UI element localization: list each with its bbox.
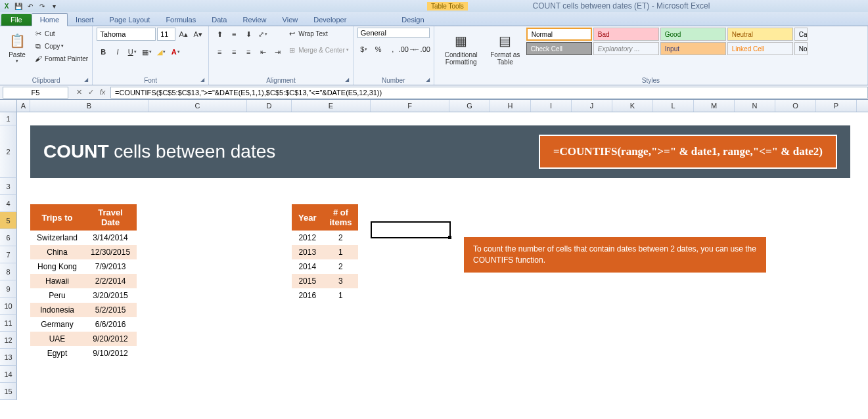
table-cell[interactable]: Germany (30, 317, 84, 332)
tab-file[interactable]: File (1, 14, 32, 26)
font-size-input[interactable] (157, 28, 175, 41)
table-row[interactable]: 20161 (292, 288, 358, 303)
format-as-table-button[interactable]: ▤ Format as Table (487, 28, 524, 76)
row-header-3[interactable]: 3 (0, 178, 17, 195)
underline-button[interactable]: U (126, 45, 139, 58)
enter-formula-icon[interactable]: ✓ (85, 88, 96, 97)
style-linked-cell[interactable]: Linked Cell (727, 42, 793, 55)
table-row[interactable]: UAE9/20/2012 (30, 332, 137, 346)
table-cell[interactable]: 7/9/2013 (84, 259, 137, 274)
table-header[interactable]: Travel Date (84, 204, 137, 231)
table-cell[interactable]: 1 (323, 288, 358, 303)
align-middle-icon[interactable]: ≡ (227, 28, 240, 41)
col-header-N[interactable]: N (735, 100, 775, 112)
row-header-2[interactable]: 2 (0, 125, 17, 178)
row-header-14[interactable]: 14 (0, 366, 17, 383)
table-cell[interactable]: 2 (323, 259, 358, 274)
font-name-input[interactable] (97, 28, 156, 41)
orientation-icon[interactable]: ⤢ (256, 28, 269, 41)
border-button[interactable]: ▦ (140, 45, 153, 58)
comma-format-icon[interactable]: , (386, 43, 400, 56)
row-header-7[interactable]: 7 (0, 246, 17, 263)
table-cell[interactable]: Egypt (30, 346, 84, 361)
table-cell[interactable]: 9/10/2012 (84, 346, 137, 361)
col-header-O[interactable]: O (775, 100, 816, 112)
row-header-12[interactable]: 12 (0, 332, 17, 349)
col-header-P[interactable]: P (816, 100, 857, 112)
table-row[interactable]: China12/30/2015 (30, 245, 137, 259)
table-cell[interactable]: 2/2/2014 (84, 274, 137, 288)
table-cell[interactable]: 2012 (292, 231, 323, 245)
clipboard-launcher-icon[interactable]: ◢ (84, 77, 91, 83)
table-row[interactable]: Switzerland3/14/2014 (30, 231, 137, 245)
col-header-D[interactable]: D (247, 100, 292, 112)
table-cell[interactable]: UAE (30, 332, 84, 346)
number-format-select[interactable] (357, 28, 430, 38)
tab-formulas[interactable]: Formulas (158, 14, 204, 26)
col-header-K[interactable]: K (612, 100, 653, 112)
table-cell[interactable]: 12/30/2015 (84, 245, 137, 259)
style-neutral[interactable]: Neutral (727, 28, 793, 41)
italic-button[interactable]: I (111, 45, 124, 58)
qat-more-icon[interactable]: ▾ (49, 1, 59, 11)
col-header-B[interactable]: B (30, 100, 148, 112)
align-center-icon[interactable]: ≡ (227, 45, 240, 58)
table-row[interactable]: 20142 (292, 259, 358, 274)
copy-button[interactable]: ⧉Copy▾ (33, 40, 88, 52)
style-calculation-partial[interactable]: Ca (794, 28, 808, 41)
row-header-15[interactable]: 15 (0, 383, 17, 400)
row-header-11[interactable]: 11 (0, 315, 17, 332)
table-row[interactable]: Egypt9/10/2012 (30, 346, 137, 361)
accounting-format-icon[interactable]: $ (357, 43, 371, 56)
increase-decimal-icon[interactable]: .00→ (401, 43, 414, 56)
decrease-indent-icon[interactable]: ⇤ (256, 45, 269, 58)
formula-input[interactable] (110, 87, 868, 99)
decrease-decimal-icon[interactable]: ←.00 (415, 43, 428, 56)
row-header-8[interactable]: 8 (0, 263, 17, 280)
row-header-10[interactable]: 10 (0, 298, 17, 315)
style-note-partial[interactable]: No (794, 42, 808, 55)
align-left-icon[interactable]: ≡ (213, 45, 226, 58)
col-header-J[interactable]: J (572, 100, 612, 112)
decrease-font-icon[interactable]: A▾ (191, 28, 204, 41)
table-cell[interactable]: China (30, 245, 84, 259)
table-cell[interactable]: 2014 (292, 259, 323, 274)
table-cell[interactable]: 3/20/2015 (84, 288, 137, 303)
font-launcher-icon[interactable]: ◢ (200, 77, 207, 83)
style-bad[interactable]: Bad (593, 28, 659, 41)
col-header-M[interactable]: M (694, 100, 735, 112)
tab-review[interactable]: Review (235, 14, 274, 26)
fx-icon[interactable]: fx (97, 88, 108, 97)
row-header-6[interactable]: 6 (0, 229, 17, 246)
align-top-icon[interactable]: ⬆ (213, 28, 226, 41)
table-cell[interactable]: 2 (323, 231, 358, 245)
table-cell[interactable]: 2013 (292, 245, 323, 259)
percent-format-icon[interactable]: % (372, 43, 385, 56)
tab-data[interactable]: Data (204, 14, 235, 26)
tab-view[interactable]: View (275, 14, 306, 26)
style-good[interactable]: Good (660, 28, 726, 41)
format-painter-button[interactable]: 🖌Format Painter (33, 53, 88, 64)
style-normal[interactable]: Normal (526, 28, 592, 41)
col-header-I[interactable]: I (531, 100, 572, 112)
table-cell[interactable]: 2015 (292, 274, 323, 288)
table-row[interactable]: Hong Kong7/9/2013 (30, 259, 137, 274)
number-launcher-icon[interactable]: ◢ (426, 77, 432, 83)
tab-developer[interactable]: Developer (306, 14, 354, 26)
increase-indent-icon[interactable]: ⇥ (271, 45, 284, 58)
table-header[interactable]: Trips to (30, 204, 84, 231)
col-header-F[interactable]: F (371, 100, 449, 112)
table-header[interactable]: Year (292, 204, 323, 231)
name-box[interactable] (3, 87, 68, 99)
col-header-H[interactable]: H (490, 100, 531, 112)
table-row[interactable]: Germany6/6/2016 (30, 317, 137, 332)
paste-button[interactable]: 📋 Paste ▾ (4, 28, 30, 76)
select-all-corner[interactable] (0, 100, 17, 112)
save-icon[interactable]: 💾 (13, 1, 24, 11)
cut-button[interactable]: ✂Cut (33, 28, 88, 39)
alignment-launcher-icon[interactable]: ◢ (345, 77, 352, 83)
table-cell[interactable]: Peru (30, 288, 84, 303)
fill-color-button[interactable]: ◢ (154, 45, 168, 58)
style-check-cell[interactable]: Check Cell (526, 42, 592, 55)
row-header-13[interactable]: 13 (0, 349, 17, 366)
